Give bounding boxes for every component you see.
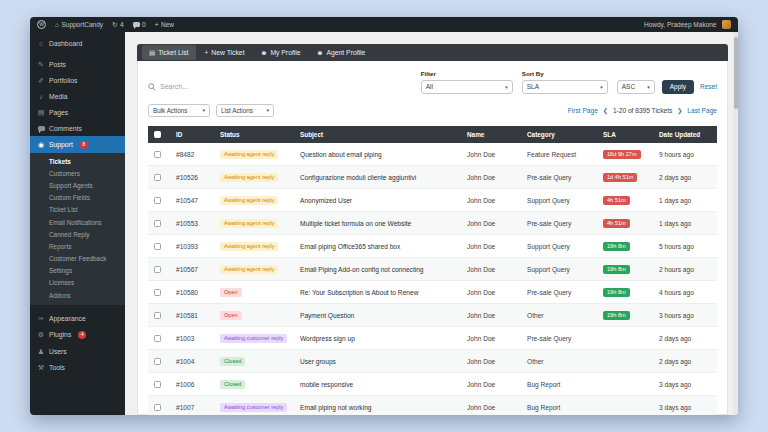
- ticket-list-panel: Filter All ▾ Sort By SLA ▾: [137, 61, 728, 415]
- ticket-subject[interactable]: Re: Your Subscription is About to Renew: [294, 281, 461, 304]
- sidebar-item-pages[interactable]: ▤ Pages: [30, 104, 125, 120]
- submenu-item-custom-fields[interactable]: Custom Fields: [30, 192, 125, 204]
- plus-icon: +: [205, 49, 209, 56]
- submenu-item-customers[interactable]: Customers: [30, 167, 125, 179]
- tab-label: My Profile: [270, 49, 300, 56]
- row-checkbox[interactable]: [154, 335, 161, 342]
- sidebar-item-comments[interactable]: Comments: [30, 120, 125, 136]
- ticket-subject[interactable]: Email Piping Add-on config not connectin…: [294, 258, 461, 281]
- tab-ticket-list[interactable]: ▤ Ticket List: [142, 45, 196, 60]
- ticket-subject[interactable]: Payment Question: [294, 304, 461, 327]
- sidebar-item-users[interactable]: ♟ Users: [30, 343, 125, 359]
- row-checkbox[interactable]: [154, 404, 161, 411]
- row-checkbox[interactable]: [154, 358, 161, 365]
- header-date-updated[interactable]: Date Updated: [653, 126, 717, 144]
- table-row[interactable]: #10547 Awaiting agent reply Anonymized U…: [148, 189, 717, 212]
- submenu-item-canned-reply[interactable]: Canned Reply: [30, 228, 125, 240]
- comments-menu[interactable]: 0: [133, 21, 146, 28]
- header-id[interactable]: ID: [170, 126, 214, 144]
- sort-order-select[interactable]: ASC ▾: [617, 80, 655, 94]
- status-badge: Awaiting agent reply: [220, 219, 278, 228]
- row-checkbox[interactable]: [154, 266, 161, 273]
- sidebar-item-plugins[interactable]: ⚙ Plugins 4: [30, 326, 125, 343]
- header-category[interactable]: Category: [521, 126, 597, 144]
- row-checkbox[interactable]: [154, 174, 161, 181]
- select-all-checkbox[interactable]: [154, 131, 161, 138]
- portfolios-icon: ✐: [37, 77, 45, 84]
- reset-link[interactable]: Reset: [700, 83, 717, 90]
- sidebar-item-portfolios[interactable]: ✐ Portfolios: [30, 72, 125, 88]
- table-row[interactable]: #10567 Awaiting agent reply Email Piping…: [148, 258, 717, 281]
- tab-my-profile[interactable]: ☻ My Profile: [254, 46, 308, 60]
- sort-select[interactable]: SLA ▾: [522, 80, 608, 94]
- table-row[interactable]: #10553 Awaiting agent reply Multiple tic…: [148, 212, 717, 235]
- table-row[interactable]: #1003 Awaiting customer reply Wordpress …: [148, 327, 717, 350]
- ticket-subject[interactable]: Email piping Office365 shared box: [294, 235, 461, 258]
- sidebar-item-tools[interactable]: ⚒ Tools: [30, 359, 125, 375]
- ticket-subject[interactable]: mobile responsive: [294, 373, 461, 396]
- submenu-item-licenses[interactable]: Licenses: [30, 277, 125, 289]
- sort-label: Sort By: [522, 70, 608, 77]
- row-checkbox[interactable]: [154, 381, 161, 388]
- howdy-menu[interactable]: Howdy, Pradeep Makone: [644, 20, 731, 29]
- sidebar-item-posts[interactable]: ✎ Posts: [30, 56, 125, 72]
- table-row[interactable]: #8482 Awaiting agent reply Question abou…: [148, 143, 717, 166]
- submenu-item-settings[interactable]: Settings: [30, 265, 125, 277]
- tab-new-ticket[interactable]: + New Ticket: [198, 46, 252, 60]
- ticket-subject[interactable]: Configurazione moduli cliente aggiuntivi: [294, 166, 461, 189]
- header-status[interactable]: Status: [214, 126, 294, 144]
- table-row[interactable]: #10526 Awaiting agent reply Configurazio…: [148, 166, 717, 189]
- header-sla[interactable]: SLA: [597, 126, 653, 144]
- ticket-subject[interactable]: Email piping not working: [294, 396, 461, 415]
- scrollbar-thumb[interactable]: [734, 37, 738, 109]
- list-actions-value: List Actions: [221, 107, 253, 114]
- row-checkbox[interactable]: [154, 151, 161, 158]
- table-row[interactable]: #1004 Closed User groups John Doe Other …: [148, 350, 717, 373]
- prev-page-icon[interactable]: ❮: [603, 107, 608, 114]
- table-row[interactable]: #10581 Open Payment Question John Doe Ot…: [148, 304, 717, 327]
- new-content-menu[interactable]: + New: [155, 21, 174, 28]
- row-checkbox[interactable]: [154, 220, 161, 227]
- search-input[interactable]: [160, 83, 290, 90]
- submenu-item-ticket-list[interactable]: Ticket List: [30, 204, 125, 216]
- ticket-subject[interactable]: Multiple ticket formula on one Website: [294, 212, 461, 235]
- last-page-link[interactable]: Last Page: [687, 107, 717, 114]
- next-page-icon[interactable]: ❯: [677, 107, 682, 114]
- submenu-item-addons[interactable]: Addons: [30, 289, 125, 301]
- sidebar-item-support[interactable]: ◉ Support 8: [30, 136, 125, 153]
- filter-select[interactable]: All ▾: [421, 80, 513, 94]
- sidebar-item-dashboard[interactable]: ⌂ Dashboard: [30, 35, 125, 51]
- submenu-item-reports[interactable]: Reports: [30, 240, 125, 252]
- sla-badge: 19h 8m: [603, 311, 630, 320]
- ticket-subject[interactable]: User groups: [294, 350, 461, 373]
- submenu-item-tickets[interactable]: Tickets: [30, 155, 125, 167]
- apply-button[interactable]: Apply: [662, 80, 694, 94]
- updates-menu[interactable]: ↻ 4: [112, 21, 124, 29]
- row-checkbox[interactable]: [154, 289, 161, 296]
- row-checkbox[interactable]: [154, 312, 161, 319]
- ticket-subject[interactable]: Wordpress sign up: [294, 327, 461, 350]
- ticket-subject[interactable]: Question about email piping: [294, 143, 461, 166]
- header-name[interactable]: Name: [461, 126, 521, 144]
- tab-agent-profile[interactable]: ☻ Agent Profile: [310, 46, 373, 60]
- ticket-subject[interactable]: Anonymized User: [294, 189, 461, 212]
- first-page-link[interactable]: First Page: [568, 107, 598, 114]
- table-row[interactable]: #1006 Closed mobile responsive John Doe …: [148, 373, 717, 396]
- submenu-item-customer-feedback[interactable]: Customer Feedback: [30, 253, 125, 265]
- bulk-actions-select[interactable]: Bulk Actions ▾: [148, 104, 210, 117]
- header-subject[interactable]: Subject: [294, 126, 461, 144]
- table-row[interactable]: #10580 Open Re: Your Subscription is Abo…: [148, 281, 717, 304]
- table-row[interactable]: #10393 Awaiting agent reply Email piping…: [148, 235, 717, 258]
- sidebar-item-media[interactable]: ♪ Media: [30, 88, 125, 104]
- site-name-menu[interactable]: ⌂ SupportCandy: [55, 21, 103, 28]
- vertical-scrollbar[interactable]: [733, 32, 738, 415]
- submenu-item-support-agents[interactable]: Support Agents: [30, 179, 125, 191]
- row-checkbox[interactable]: [154, 197, 161, 204]
- wp-logo-menu[interactable]: W: [37, 20, 46, 29]
- sidebar-item-appearance[interactable]: ✑ Appearance: [30, 310, 125, 326]
- table-row[interactable]: #1007 Awaiting customer reply Email pipi…: [148, 396, 717, 415]
- row-checkbox[interactable]: [154, 243, 161, 250]
- list-actions-select[interactable]: List Actions ▾: [216, 104, 274, 117]
- pages-icon: ▤: [37, 109, 45, 116]
- submenu-item-email-notifications[interactable]: Email Notifications: [30, 216, 125, 228]
